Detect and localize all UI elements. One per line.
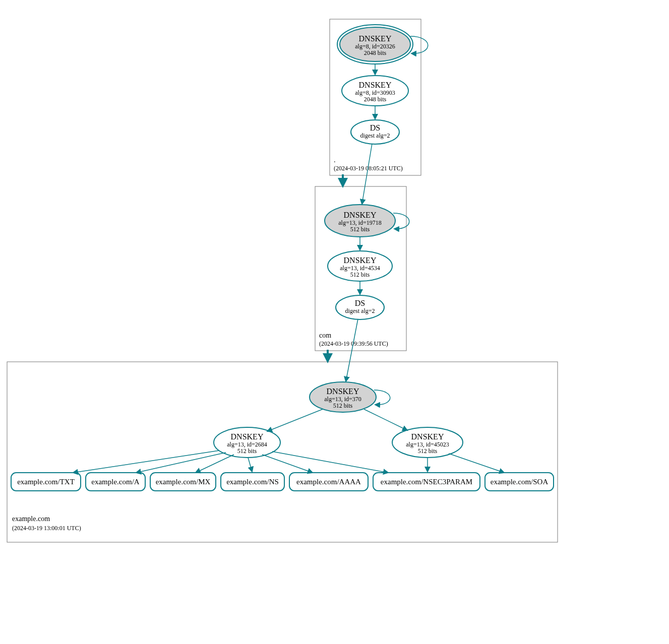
node-root-zsk-line2: 2048 bits	[364, 96, 387, 103]
node-root-ksk-title: DNSKEY	[359, 34, 392, 43]
node-com-zsk-line2: 512 bits	[350, 271, 370, 278]
node-root-ksk-line1: alg=8, id=20326	[355, 43, 395, 50]
rr-ns-label: example.com/NS	[226, 478, 279, 486]
edge-root-ds-to-com-ksk	[362, 144, 372, 204]
node-example-ksk: DNSKEY alg=13, id=370 512 bits	[310, 382, 376, 412]
edge-example-ksk-to-zsk-right	[364, 409, 407, 430]
rr-a: example.com/A	[86, 473, 145, 491]
node-com-zsk-line1: alg=13, id=4534	[340, 265, 380, 272]
rr-aaaa-label: example.com/AAAA	[296, 478, 361, 486]
rr-nsec3-label: example.com/NSEC3PARAM	[381, 478, 472, 486]
rr-soa: example.com/SOA	[485, 473, 554, 491]
rr-soa-label: example.com/SOA	[491, 478, 549, 486]
dnssec-chain-diagram: . (2024-03-19 08:05:21 UTC) DNSKEY alg=8…	[0, 0, 669, 644]
node-root-zsk: DNSKEY alg=8, id=30903 2048 bits	[342, 76, 408, 106]
node-root-zsk-line1: alg=8, id=30903	[355, 89, 395, 96]
rr-txt: example.com/TXT	[11, 473, 81, 491]
node-com-ds-title: DS	[355, 299, 365, 307]
node-example-zsk-right-line1: alg=13, id=45023	[406, 441, 449, 448]
edge-zsk-left-to-a	[136, 453, 226, 473]
edge-zsk-left-to-mx	[196, 455, 234, 473]
rr-a-label: example.com/A	[91, 478, 140, 486]
node-example-ksk-line1: alg=13, id=370	[324, 396, 361, 403]
rr-aaaa: example.com/AAAA	[289, 473, 368, 491]
edge-com-ds-to-example-ksk	[346, 319, 358, 381]
rr-mx: example.com/MX	[150, 473, 216, 491]
zone-label-com: com	[319, 332, 331, 339]
node-com-ksk-line1: alg=13, id=19718	[338, 219, 382, 226]
edge-zsk-left-to-nsec3	[272, 452, 388, 473]
node-root-ds-line1: digest alg=2	[360, 132, 390, 139]
node-com-zsk-title: DNSKEY	[344, 256, 377, 265]
rr-txt-label: example.com/TXT	[17, 478, 75, 486]
node-example-zsk-right-title: DNSKEY	[411, 432, 444, 441]
edge-zsk-right-to-soa	[449, 454, 504, 473]
node-root-ds: DS digest alg=2	[351, 120, 399, 144]
node-root-ksk: DNSKEY alg=8, id=20326 2048 bits	[337, 25, 413, 64]
node-com-ksk: DNSKEY alg=13, id=19718 512 bits	[325, 205, 395, 237]
node-com-zsk: DNSKEY alg=13, id=4534 512 bits	[328, 251, 392, 281]
node-example-ksk-title: DNSKEY	[327, 387, 359, 396]
node-example-zsk-left-line1: alg=13, id=2684	[227, 441, 267, 448]
node-example-ksk-line2: 512 bits	[333, 402, 353, 409]
node-com-ds-line1: digest alg=2	[345, 307, 375, 314]
rr-ns: example.com/NS	[221, 473, 284, 491]
node-example-zsk-right-line2: 512 bits	[418, 447, 438, 455]
zone-time-example: (2024-03-19 13:00:01 UTC)	[12, 525, 81, 532]
zone-label-root: .	[334, 156, 336, 164]
node-example-zsk-left-line2: 512 bits	[237, 447, 257, 455]
node-root-ksk-line2: 2048 bits	[364, 49, 387, 56]
edge-zsk-left-to-ns	[248, 458, 252, 472]
node-com-ksk-line2: 512 bits	[350, 226, 370, 233]
zone-label-example: example.com	[12, 515, 50, 523]
edge-example-ksk-to-zsk-left	[267, 409, 323, 431]
node-root-zsk-title: DNSKEY	[359, 81, 392, 89]
node-example-zsk-right: DNSKEY alg=13, id=45023 512 bits	[392, 427, 463, 458]
rr-mx-label: example.com/MX	[156, 478, 211, 486]
node-root-ds-title: DS	[370, 123, 380, 132]
node-com-ds: DS digest alg=2	[336, 295, 384, 319]
rr-nsec3param: example.com/NSEC3PARAM	[373, 473, 480, 491]
node-example-zsk-left-title: DNSKEY	[231, 432, 264, 441]
zone-box-example	[7, 362, 558, 542]
node-com-ksk-title: DNSKEY	[344, 211, 377, 219]
edge-zsk-left-to-txt	[73, 450, 219, 473]
